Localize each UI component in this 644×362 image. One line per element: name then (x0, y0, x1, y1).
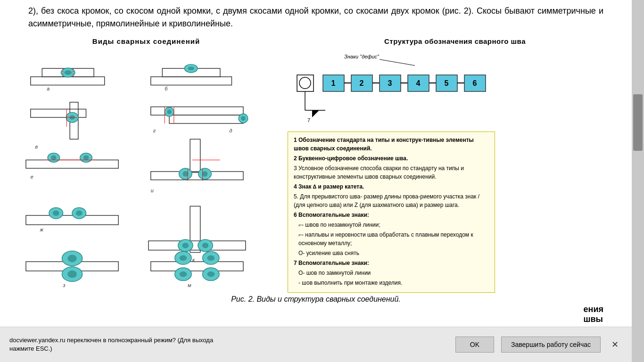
svg-text:6: 6 (473, 79, 477, 87)
joint-gd: г д (151, 107, 248, 133)
svg-text:4: 4 (416, 79, 421, 87)
svg-line-80 (380, 59, 415, 66)
svg-point-61 (67, 255, 77, 262)
svg-point-57 (202, 243, 209, 248)
joint-i: и (151, 139, 243, 193)
svg-text:з: з (62, 282, 65, 288)
legend-line6a: ⌐- швов по незамкнутой линии; (298, 221, 489, 229)
legend-line7a: O- шов по замкнутой линии (298, 269, 489, 277)
svg-rect-37 (190, 139, 200, 173)
svg-marker-102 (312, 110, 319, 117)
svg-text:3: 3 (388, 79, 392, 87)
joint-k: к (149, 206, 246, 263)
legend-line1: 1 Обозначение стандарта на типы и констр… (294, 136, 489, 153)
joint-zh: ж (26, 207, 118, 232)
legend-line7b: - шов выполнить при монтаже изделия. (298, 279, 489, 287)
partial-bottom-text: енияшвы (584, 304, 603, 324)
svg-rect-29 (26, 160, 118, 168)
svg-text:м: м (188, 282, 191, 288)
figure-caption: Рис. 2. Виды и структура сварных соедине… (0, 293, 632, 306)
finish-button[interactable]: Завершить работу сейчас (501, 337, 601, 353)
svg-rect-7 (151, 77, 232, 85)
legend-line2: 2 Буквенно-цифровое обозначение шва. (294, 154, 489, 163)
svg-point-63 (67, 271, 77, 278)
notification-line2: нажмите ESC.) (9, 345, 448, 353)
structure-svg: Знаки "дефис" 1 2 (288, 49, 495, 129)
svg-text:7: 7 (307, 117, 310, 123)
svg-point-55 (182, 243, 189, 248)
svg-point-31 (51, 156, 57, 160)
legend-line6b: ⌐- наплывы и неровности шва обработать с… (298, 230, 489, 247)
top-paragraph: 2), без скоса кромок, со скосом одной кр… (0, 0, 632, 37)
legend-line4: 4 Знак ∆ и размер катета. (294, 182, 489, 191)
svg-point-39 (182, 171, 188, 177)
svg-text:5: 5 (445, 79, 449, 87)
svg-text:г: г (153, 128, 156, 133)
main-content: 2), без скоса кромок, со скосом одной кр… (0, 0, 632, 362)
svg-point-33 (83, 156, 89, 160)
svg-point-48 (53, 210, 59, 216)
svg-text:а: а (47, 86, 50, 91)
svg-rect-20 (169, 115, 243, 123)
weld-types-svg: а б (14, 49, 278, 289)
legend-line6c: O- усиление шва снять (298, 249, 489, 257)
left-diagram-section: Виды сварных соединений а (9, 37, 283, 293)
right-diagram-title: Структура обозначения сварного шва (288, 37, 622, 45)
joint-e: е (26, 153, 118, 180)
scrollbar[interactable] (632, 0, 644, 362)
diagram-area: Виды сварных соединений а (0, 37, 632, 293)
left-diagram-title: Виды сварных соединений (92, 37, 200, 45)
legend-line5: 5. Для прерывистого шва- размер длины пр… (294, 192, 489, 209)
svg-text:и: и (151, 188, 154, 193)
svg-text:ж: ж (39, 227, 43, 232)
svg-text:Знаки  "дефис": Знаки "дефис" (344, 54, 380, 59)
svg-point-10 (188, 66, 194, 70)
svg-rect-0 (31, 77, 105, 85)
notification-line1: docviewer.yandex.ru переключен в полноэк… (9, 336, 448, 345)
svg-text:в: в (35, 144, 38, 149)
svg-point-22 (167, 109, 172, 114)
svg-text:е: е (31, 174, 33, 180)
right-diagram-section: Структура обозначения сварного шва Знаки… (288, 37, 622, 293)
svg-point-69 (207, 255, 215, 261)
svg-point-67 (180, 255, 187, 261)
svg-point-50 (76, 210, 83, 216)
top-text-content: 2), без скоса кромок, со скосом одной кр… (28, 6, 603, 28)
legend-line6: 6 Вспомогательные знаки: (294, 211, 489, 219)
joint-a: а (31, 68, 105, 91)
svg-point-71 (180, 272, 187, 277)
notification-text: docviewer.yandex.ru переключен в полноэк… (9, 336, 448, 353)
svg-point-3 (64, 70, 72, 75)
scrollbar-thumb[interactable] (633, 94, 643, 151)
svg-point-41 (202, 171, 208, 177)
legend-line7: 7 Вспомогательные знаки: (294, 259, 489, 267)
svg-text:2: 2 (360, 79, 364, 87)
svg-rect-65 (151, 262, 243, 271)
joint-m: м (151, 252, 243, 288)
notification-bar: docviewer.yandex.ru переключен в полноэк… (0, 327, 632, 362)
svg-rect-53 (149, 241, 246, 250)
joint-b: б (151, 64, 232, 91)
legend-box: 1 Обозначение стандарта на типы и констр… (288, 132, 495, 293)
ok-button[interactable]: OK (455, 337, 494, 353)
svg-text:б: б (165, 86, 168, 91)
svg-point-73 (207, 272, 215, 277)
svg-text:д: д (230, 128, 232, 133)
svg-rect-46 (26, 215, 118, 225)
svg-point-82 (299, 77, 311, 89)
close-button[interactable]: ✕ (608, 337, 622, 352)
legend-line3: 3 Условное обозначение способа сварки по… (294, 164, 489, 181)
svg-point-24 (241, 116, 246, 121)
joint-z: з (26, 251, 118, 288)
joint-v: в (31, 102, 86, 149)
svg-text:1: 1 (331, 79, 336, 87)
